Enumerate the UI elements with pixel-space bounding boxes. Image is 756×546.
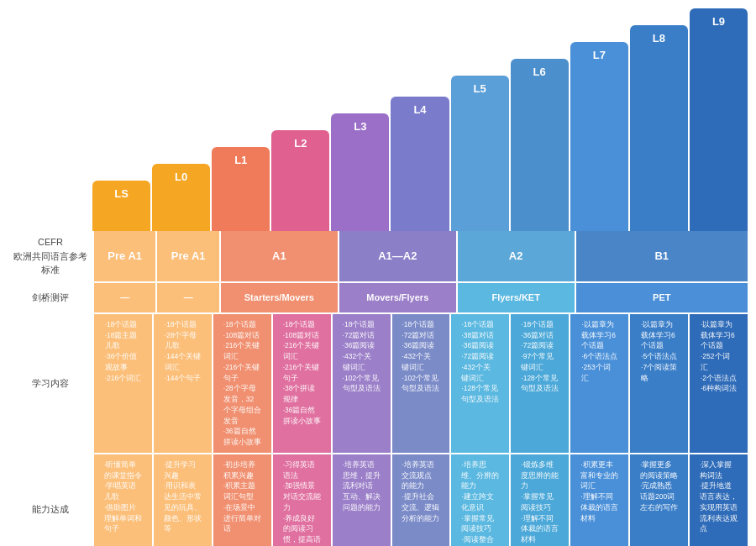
cell-3: A1—A2 — [339, 231, 456, 281]
cell-3: Movers/Flyers — [339, 283, 456, 312]
row-label-text: 剑桥测评 — [32, 291, 69, 305]
row-label: 剑桥测评 — [8, 283, 92, 312]
level-bar-l8: L8 — [630, 25, 688, 231]
row-cefr: CEFR 欧洲共同语言参考标准Pre A1Pre A1A1A1—A2A2B1 — [92, 231, 748, 281]
cell-0: ·听懂简单 的课堂指令 ·学唱英语 儿歌 ·借助图片 理解单词和 句子 — [94, 454, 152, 546]
row-ability: 能力达成·听懂简单 的课堂指令 ·学唱英语 儿歌 ·借助图片 理解单词和 句子·… — [92, 454, 748, 546]
cell-2: Starters/Movers — [221, 283, 338, 312]
cell-1: ·提升学习 兴趣 ·用识和表 达生活中常 见的玩具、 颜色、形状 等 — [154, 454, 212, 546]
cell-1: Pre A1 — [157, 231, 218, 281]
cell-8: ·以篇章为 载体学习6 个话题 ·6个语法点 ·253个词 汇 — [570, 314, 628, 453]
cell-5: ·18个话题 ·72篇对话 ·36篇阅读 ·432个关 键词汇 ·102个常见 … — [392, 314, 450, 453]
cell-4: ·18个话题 ·72篇对话 ·36篇阅读 ·432个关 键词汇 ·102个常见 … — [333, 314, 391, 453]
cell-9: ·掌握更多 的阅读策略 ·完成熟悉 话题200词 左右的写作 — [630, 454, 688, 546]
cell-4: Flyers/KET — [458, 283, 575, 312]
chart-wrapper: LSL0L1L2L3L4L5L6L7L8L9 CEFR 欧洲共同语言参考标准Pr… — [8, 8, 748, 546]
level-bar-ls: LS — [92, 181, 150, 231]
level-bar-l7: L7 — [570, 42, 628, 231]
cell-7: ·锻炼多维 度思辨的能 力 ·掌握常见 阅读技巧 ·理解不同 体裁的语言 材料 — [511, 454, 569, 546]
cell-2: ·初步培养 积累兴趣 ·积累主题 词汇句型 ·在场景中 进行简单对 话 — [213, 454, 271, 546]
row-label-text: CEFR 欧洲共同语言参考标准 — [13, 235, 88, 277]
cell-10: ·深入掌握 构词法 ·提升地道 语言表达， 实现用英语 流利表达观 点 — [690, 454, 748, 546]
row-cambridge: 剑桥测评——Starters/MoversMovers/FlyersFlyers… — [92, 283, 748, 312]
cell-4: ·培养英语 思维，提升 流利对话 互动、解决 问题的能力 — [333, 454, 391, 546]
cell-4: A2 — [458, 231, 575, 281]
row-content: 学习内容·18个话题 ·18篇主题 儿歌 ·36个价值 观故事 ·216个词汇·… — [92, 314, 748, 453]
level-bar-l2: L2 — [271, 130, 329, 231]
main-container: LSL0L1L2L3L4L5L6L7L8L9 CEFR 欧洲共同语言参考标准Pr… — [0, 0, 756, 546]
cell-5: B1 — [576, 231, 748, 281]
cell-10: ·以篇章为 载体学习6 个话题 ·252个词 汇 ·2个语法点 ·6种构词法 — [690, 314, 748, 453]
row-label: 学习内容 — [8, 314, 92, 453]
cell-3: ·18个话题 ·108篇对话 ·216个关键 词汇 ·216个关键 句子 ·38… — [273, 314, 331, 453]
cell-0: Pre A1 — [94, 231, 155, 281]
cell-0: — — [94, 283, 155, 312]
row-label-text: 学习内容 — [32, 376, 69, 391]
level-bar-l9: L9 — [690, 8, 748, 231]
cell-1: ·18个话题 ·28个字母 儿歌 ·144个关键 词汇 ·144个句子 — [154, 314, 212, 453]
level-bar-l6: L6 — [511, 59, 569, 231]
cell-5: PET — [576, 283, 748, 312]
level-bar-l1: L1 — [212, 147, 270, 231]
cell-6: ·培养思 维、分辨的 能力 ·建立跨文 化意识 ·掌握常见 阅读技巧 ·阅读整合… — [451, 454, 509, 546]
cell-6: ·18个话题 ·38篇对话 ·36篇阅读 ·72篇阅读 ·432个关 键词汇 ·… — [451, 314, 509, 453]
row-label: 能力达成 — [8, 454, 92, 546]
level-bar-l0: L0 — [152, 164, 210, 231]
cell-9: ·以篇章为 载体学习6 个话题 ·5个语法点 ·7个阅读策 略 — [630, 314, 688, 453]
level-bar-l4: L4 — [391, 97, 449, 231]
levels-row: LSL0L1L2L3L4L5L6L7L8L9 — [8, 8, 748, 231]
cell-7: ·18个话题 ·36篇对话 ·72篇阅读 ·97个常见 键词汇 ·128个常见 … — [511, 314, 569, 453]
cell-2: A1 — [221, 231, 338, 281]
cell-8: ·积累更丰 富和专业的 词汇 ·理解不同 体裁的语言 材料 — [570, 454, 628, 546]
cell-0: ·18个话题 ·18篇主题 儿歌 ·36个价值 观故事 ·216个词汇 — [94, 314, 152, 453]
cell-2: ·18个话题 ·108篇对话 ·216个关键 词汇 ·216个关键 句子 ·28… — [213, 314, 271, 453]
level-bar-l5: L5 — [451, 76, 509, 231]
data-table: CEFR 欧洲共同语言参考标准Pre A1Pre A1A1A1—A2A2B1剑桥… — [8, 231, 748, 546]
cell-1: — — [157, 283, 218, 312]
level-bar-l3: L3 — [331, 113, 389, 231]
cell-3: ·习得英语 语法 ·加强情景 对话交流能 力 ·养成良好 的阅读习 惯，提高语 … — [273, 454, 331, 546]
row-label: CEFR 欧洲共同语言参考标准 — [8, 231, 92, 281]
cell-5: ·培养英语 交流观点 的能力 ·提升社会 交流、逻辑 分析的能力 — [392, 454, 450, 546]
row-label-text: 能力达成 — [32, 502, 69, 517]
